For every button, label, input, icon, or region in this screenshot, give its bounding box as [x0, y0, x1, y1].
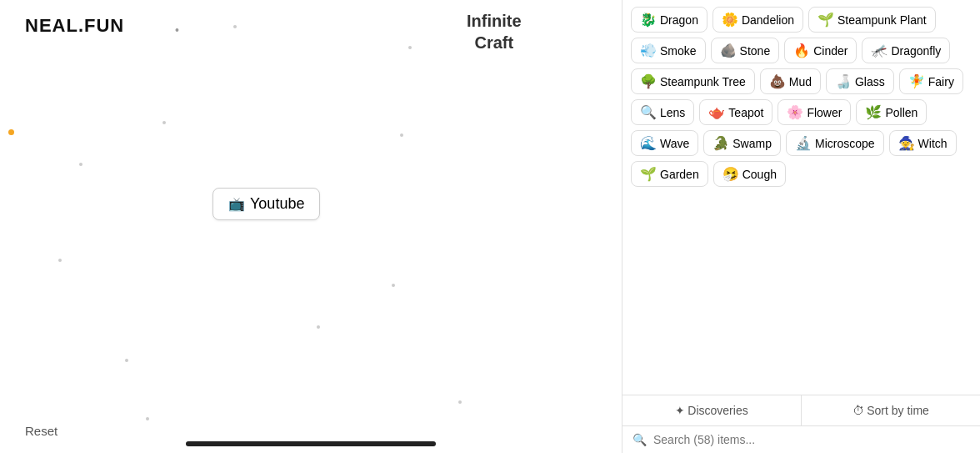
canvas-dot: [79, 163, 82, 166]
youtube-emoji: 📺: [228, 196, 245, 212]
item-label: Microscope: [815, 137, 875, 150]
item-chip[interactable]: 🔍Lens: [631, 99, 694, 125]
item-chip[interactable]: 🐊Swamp: [703, 130, 781, 156]
item-label: Smoke: [660, 44, 697, 58]
reset-button[interactable]: Reset: [25, 424, 58, 438]
item-label: Teapot: [728, 106, 763, 119]
item-chip[interactable]: 🌼Dandelion: [712, 7, 803, 33]
item-emoji: 🌼: [722, 12, 738, 28]
sidebar: 🐉Dragon🌼Dandelion🌱Steampunk Plant💨Smoke🪨…: [622, 0, 980, 453]
item-label: Garden: [660, 168, 699, 181]
item-label: Lens: [660, 106, 685, 119]
item-emoji: 🔍: [640, 104, 657, 120]
craft-canvas: NEAL.FUN • Infinite Craft 📺 Youtube Rese…: [0, 0, 622, 453]
search-bar: 🔍: [622, 426, 980, 453]
item-label: Fairy: [928, 75, 954, 88]
item-chip[interactable]: 🧚Fairy: [899, 68, 963, 94]
item-label: Dragonfly: [891, 44, 941, 58]
item-label: Glass: [855, 75, 885, 88]
item-emoji: 🔬: [795, 135, 812, 151]
item-chip[interactable]: 🌊Wave: [631, 130, 698, 156]
item-chip[interactable]: 🔬Microscope: [786, 130, 884, 156]
discoveries-icon: ✦: [675, 404, 685, 417]
item-label: Cinder: [813, 44, 848, 58]
canvas-dot: [162, 121, 166, 124]
item-emoji: 🌱: [818, 12, 834, 28]
items-grid: 🐉Dragon🌼Dandelion🌱Steampunk Plant💨Smoke🪨…: [622, 0, 980, 395]
item-emoji: 🪨: [720, 43, 737, 58]
item-emoji: 💨: [640, 43, 657, 58]
item-chip[interactable]: 🦟Dragonfly: [862, 38, 950, 63]
item-emoji: 🐉: [640, 12, 657, 28]
canvas-dot: [146, 417, 149, 420]
item-label: Flower: [807, 106, 842, 119]
canvas-dot: [125, 359, 128, 362]
item-emoji: 🧙: [898, 135, 915, 151]
canvas-dot: [400, 133, 403, 137]
youtube-card[interactable]: 📺 Youtube: [212, 188, 320, 220]
item-label: Dragon: [660, 13, 698, 27]
item-chip[interactable]: 🌿Pollen: [856, 99, 927, 125]
sort-by-time-tab[interactable]: ⏱ Sort by time: [802, 395, 980, 425]
item-chip[interactable]: 🌳Steampunk Tree: [631, 68, 755, 94]
search-input[interactable]: [653, 433, 970, 446]
item-emoji: 🌊: [640, 135, 657, 151]
item-chip[interactable]: 🫖Teapot: [699, 99, 772, 125]
item-emoji: 🌿: [865, 104, 882, 120]
item-emoji: 🤧: [722, 166, 739, 182]
item-chip[interactable]: 🌱Steampunk Plant: [808, 7, 936, 33]
item-label: Steampunk Tree: [660, 75, 746, 88]
item-label: Wave: [660, 137, 689, 150]
item-label: Mud: [789, 75, 812, 88]
canvas-dot: [408, 46, 412, 49]
sidebar-footer: ✦ Discoveries ⏱ Sort by time 🔍: [622, 395, 980, 453]
youtube-label: Youtube: [250, 195, 304, 213]
canvas-dot: [317, 325, 320, 329]
item-emoji: 🍶: [835, 73, 852, 89]
search-icon: 🔍: [632, 433, 647, 446]
item-label: Pollen: [885, 106, 918, 119]
clock-icon: ⏱: [852, 404, 864, 417]
item-chip[interactable]: 🪨Stone: [711, 38, 780, 63]
item-chip[interactable]: 🌱Garden: [631, 161, 708, 187]
item-chip[interactable]: 🧙Witch: [889, 130, 957, 156]
item-emoji: 🧚: [908, 73, 925, 89]
item-emoji: 🐊: [712, 135, 729, 151]
item-chip[interactable]: 🌸Flower: [778, 99, 851, 125]
footer-tabs: ✦ Discoveries ⏱ Sort by time: [622, 395, 980, 426]
discoveries-label: Discoveries: [688, 404, 748, 417]
item-emoji: 🦟: [871, 43, 888, 58]
logo: NEAL.FUN: [25, 15, 124, 37]
item-emoji: 🌱: [640, 166, 657, 182]
item-label: Swamp: [732, 137, 772, 150]
item-label: Stone: [740, 44, 771, 58]
discoveries-tab[interactable]: ✦ Discoveries: [622, 395, 802, 425]
logo-dot: •: [175, 23, 179, 37]
item-chip[interactable]: 🤧Cough: [713, 161, 786, 187]
decorative-dot-orange: [8, 129, 14, 135]
item-label: Witch: [918, 137, 948, 150]
item-chip[interactable]: 🐉Dragon: [631, 7, 708, 33]
item-label: Dandelion: [742, 13, 794, 27]
item-label: Cough: [742, 168, 777, 181]
canvas-dot: [233, 25, 237, 28]
app-title: Infinite Craft: [467, 10, 522, 53]
canvas-dot: [458, 400, 462, 404]
item-label: Steampunk Plant: [838, 13, 927, 27]
canvas-dot: [58, 259, 62, 262]
item-chip[interactable]: 💨Smoke: [631, 38, 706, 63]
item-emoji: 🌳: [640, 73, 657, 89]
item-emoji: 🌸: [787, 104, 803, 120]
item-emoji: 🔥: [793, 43, 810, 58]
item-chip[interactable]: 🔥Cinder: [784, 38, 857, 63]
item-chip[interactable]: 🍶Glass: [826, 68, 894, 94]
canvas-dot: [392, 284, 395, 287]
item-chip[interactable]: 💩Mud: [760, 68, 821, 94]
bottom-bar: [186, 441, 436, 446]
item-emoji: 🫖: [708, 104, 725, 120]
item-emoji: 💩: [769, 73, 786, 89]
sort-label: Sort by time: [867, 404, 929, 417]
